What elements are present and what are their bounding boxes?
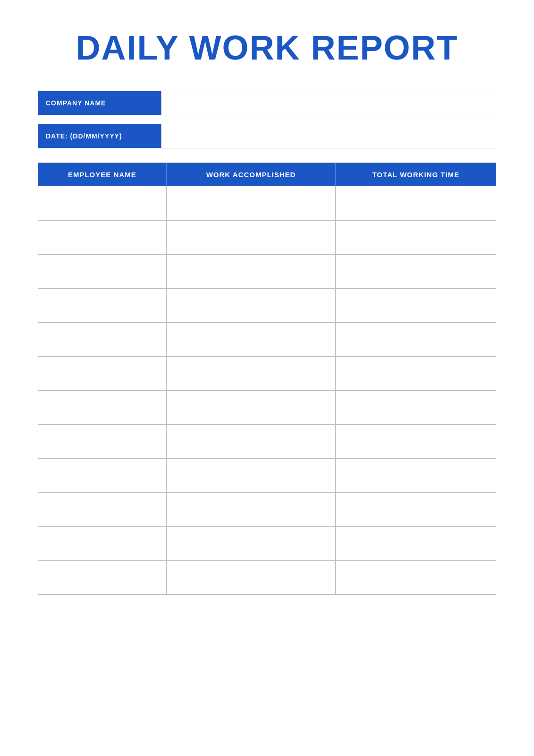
cell-total-working-time[interactable] [336,356,496,390]
table-row [38,288,496,322]
report-title: DAILY WORK REPORT [38,28,496,67]
cell-total-working-time[interactable] [336,458,496,492]
table-row [38,458,496,492]
cell-work-accomplished[interactable] [166,322,336,356]
cell-work-accomplished[interactable] [166,186,336,220]
cell-total-working-time[interactable] [336,254,496,288]
cell-employee-name[interactable] [38,322,167,356]
cell-total-working-time[interactable] [336,186,496,220]
table-row [38,492,496,526]
date-row: DATE: (DD/MM/YYYY) [38,124,496,148]
cell-total-working-time[interactable] [336,424,496,458]
cell-total-working-time[interactable] [336,390,496,424]
table-row [38,186,496,220]
cell-work-accomplished[interactable] [166,492,336,526]
cell-employee-name[interactable] [38,220,167,254]
cell-total-working-time[interactable] [336,526,496,560]
table-row [38,390,496,424]
company-name-row: COMPANY NAME [38,91,496,115]
date-label: DATE: (DD/MM/YYYY) [38,124,161,148]
page: DAILY WORK REPORT COMPANY NAME DATE: (DD… [0,0,534,756]
cell-work-accomplished[interactable] [166,526,336,560]
date-value[interactable] [161,124,496,148]
cell-work-accomplished[interactable] [166,390,336,424]
table-row [38,220,496,254]
cell-employee-name[interactable] [38,288,167,322]
cell-employee-name[interactable] [38,492,167,526]
cell-employee-name[interactable] [38,526,167,560]
cell-work-accomplished[interactable] [166,458,336,492]
cell-total-working-time[interactable] [336,220,496,254]
cell-work-accomplished[interactable] [166,560,336,594]
cell-total-working-time[interactable] [336,322,496,356]
header-work-accomplished: WORK ACCOMPLISHED [166,163,336,187]
cell-employee-name[interactable] [38,424,167,458]
cell-work-accomplished[interactable] [166,254,336,288]
header-employee-name: EMPLOYEE NAME [38,163,167,187]
table-body [38,186,496,594]
cell-work-accomplished[interactable] [166,288,336,322]
cell-total-working-time[interactable] [336,560,496,594]
table-row [38,424,496,458]
cell-employee-name[interactable] [38,254,167,288]
table-header-row: EMPLOYEE NAME WORK ACCOMPLISHED TOTAL WO… [38,163,496,187]
table-row [38,322,496,356]
cell-total-working-time[interactable] [336,288,496,322]
cell-work-accomplished[interactable] [166,220,336,254]
table-row [38,254,496,288]
cell-employee-name[interactable] [38,356,167,390]
company-name-value[interactable] [161,91,496,115]
cell-total-working-time[interactable] [336,492,496,526]
header-total-working-time: TOTAL WORKING TIME [336,163,496,187]
info-section: COMPANY NAME DATE: (DD/MM/YYYY) [38,91,496,148]
cell-work-accomplished[interactable] [166,424,336,458]
table-row [38,526,496,560]
company-name-label: COMPANY NAME [38,91,161,115]
table-row [38,560,496,594]
cell-employee-name[interactable] [38,560,167,594]
cell-employee-name[interactable] [38,390,167,424]
work-table: EMPLOYEE NAME WORK ACCOMPLISHED TOTAL WO… [38,163,496,595]
cell-employee-name[interactable] [38,458,167,492]
cell-work-accomplished[interactable] [166,356,336,390]
table-row [38,356,496,390]
cell-employee-name[interactable] [38,186,167,220]
